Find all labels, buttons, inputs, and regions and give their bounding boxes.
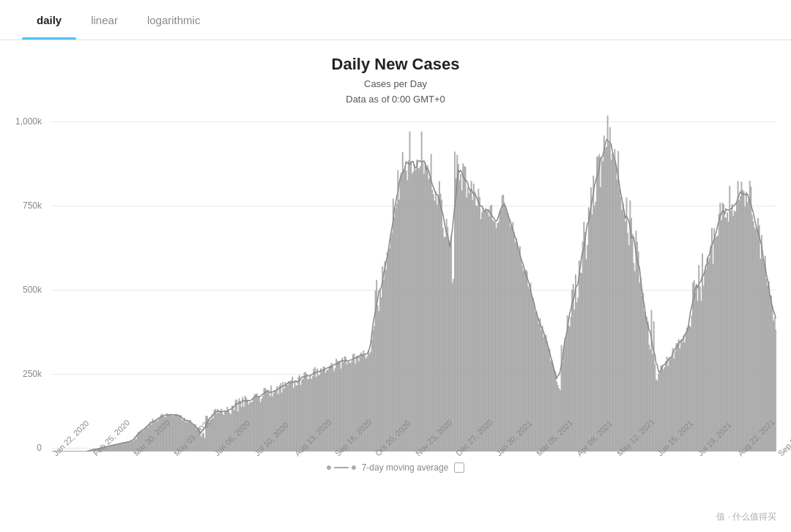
chart-svg (51, 115, 776, 452)
y-label-250k: 250k (23, 369, 42, 379)
x-axis: Jan 22, 2020Feb 25, 2020Mar 30, 2020May … (51, 452, 776, 506)
y-label-500k: 500k (23, 285, 42, 295)
chart-title: Daily New Cases (0, 55, 791, 74)
y-label-1000k: 1,000k (15, 116, 42, 127)
chart-container: Daily New Cases Cases per Day Data as of… (0, 40, 791, 532)
y-label-750k: 750k (23, 201, 42, 211)
tab-logarithmic[interactable]: logarithmic (133, 0, 215, 40)
tab-linear[interactable]: linear (76, 0, 133, 40)
tab-daily[interactable]: daily (22, 0, 76, 40)
x-label: Sep 25, 2021 (776, 417, 791, 457)
y-label-0: 0 (37, 443, 42, 453)
watermark: 值 · 什么值得买 (716, 511, 776, 523)
chart-subtitle: Cases per Day Data as of 0:00 GMT+0 (0, 77, 791, 108)
y-axis: 1,000k 750k 500k 250k 0 (0, 115, 48, 452)
svg-rect-612 (775, 329, 776, 452)
tab-bar: daily linear logarithmic (0, 0, 791, 40)
legend-dash (334, 467, 349, 468)
